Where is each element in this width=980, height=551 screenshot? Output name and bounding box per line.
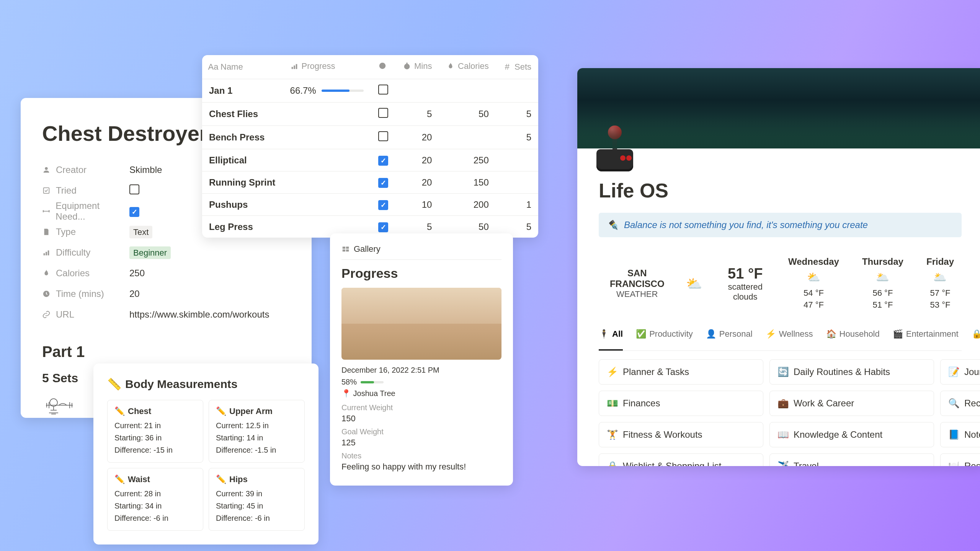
life-tile[interactable]: ⚡Planner & Tasks xyxy=(599,359,763,385)
dumbbell-icon xyxy=(42,207,50,215)
life-tab[interactable]: 🎬Entertainment xyxy=(893,324,959,350)
done-checkbox[interactable] xyxy=(378,200,388,210)
measure-card[interactable]: ✏️Waist Current: 28 inStarting: 34 inDif… xyxy=(107,468,203,531)
workout-table-card: AaName Progress Mins Calories #Sets Jan … xyxy=(202,55,538,238)
life-tile[interactable]: 🔒Wishlist & Shopping List xyxy=(599,453,763,466)
measure-card[interactable]: ✏️Chest Current: 21 inStarting: 36 inDif… xyxy=(107,400,203,463)
svg-point-13 xyxy=(379,63,386,69)
calories-value[interactable]: 250 xyxy=(129,268,145,279)
time-value[interactable]: 20 xyxy=(129,289,140,299)
weather-label: WEATHER xyxy=(606,289,668,299)
life-tile[interactable]: 🔄Daily Routines & Habits xyxy=(769,359,934,385)
svg-point-14 xyxy=(404,64,410,70)
flame-icon xyxy=(42,269,51,277)
tab-icon: 🎬 xyxy=(893,329,903,339)
progress-gallery-card: Gallery Progress December 16, 2022 2:51 … xyxy=(330,233,513,486)
measure-card[interactable]: ✏️Hips Current: 39 inStarting: 45 inDiff… xyxy=(209,468,305,531)
difficulty-tag[interactable]: Beginner xyxy=(129,246,171,259)
svg-rect-4 xyxy=(44,211,48,212)
flame-icon xyxy=(446,62,455,70)
life-tile[interactable]: 📖Knowledge & Content xyxy=(769,422,934,447)
tile-icon: 🔒 xyxy=(607,461,618,466)
tile-icon: 🏋️ xyxy=(607,429,618,440)
svg-rect-7 xyxy=(48,251,49,256)
ruler-icon: 📏 xyxy=(107,377,121,391)
measure-card[interactable]: ✏️Upper Arm Current: 12.5 inStarting: 14… xyxy=(209,400,305,463)
tile-icon: ✈️ xyxy=(777,461,789,466)
svg-rect-10 xyxy=(291,67,293,69)
col-sets[interactable]: #Sets xyxy=(496,55,538,79)
table-row[interactable]: Jan 166.7% xyxy=(202,79,538,103)
life-tile[interactable]: 🔍Recipes & xyxy=(940,391,980,416)
life-tile[interactable]: 🏋️Fitness & Workouts xyxy=(599,422,763,447)
gallery-icon xyxy=(341,245,350,253)
creator-value[interactable]: Skimble xyxy=(129,165,162,175)
svg-rect-11 xyxy=(294,65,295,69)
link-icon xyxy=(42,310,51,319)
equipment-checkbox[interactable] xyxy=(129,207,139,217)
tile-icon: 🍽️ xyxy=(948,461,960,466)
tried-checkbox[interactable] xyxy=(129,184,139,194)
life-tab[interactable]: 🏠Household xyxy=(826,324,880,350)
life-tab[interactable]: 🕴️All xyxy=(599,324,623,350)
forecast-day: Friday🌥️57 °F53 °F xyxy=(926,256,954,311)
weather-city: SAN FRANCISCO xyxy=(606,268,668,289)
tile-icon: 📘 xyxy=(948,429,960,440)
life-tile[interactable]: 💼Work & Career xyxy=(769,391,934,416)
life-tile[interactable]: 🍽️Restauran xyxy=(940,453,980,466)
goal-weight-label: Goal Weight xyxy=(341,427,501,436)
done-checkbox[interactable] xyxy=(378,156,388,166)
svg-rect-6 xyxy=(46,252,47,255)
done-checkbox[interactable] xyxy=(378,131,388,141)
current-weight-label: Current Weight xyxy=(341,403,501,412)
done-checkbox[interactable] xyxy=(378,178,388,188)
col-calories[interactable]: Calories xyxy=(439,55,495,79)
col-progress[interactable]: Progress xyxy=(283,55,372,79)
svg-point-0 xyxy=(45,167,47,170)
done-checkbox[interactable] xyxy=(378,85,388,95)
life-tile[interactable]: 📘Notebook xyxy=(940,422,980,447)
pencil-icon: ✏️ xyxy=(216,406,226,416)
table-row[interactable]: Pushups102001 xyxy=(202,194,538,216)
progress-date: December 16, 2022 2:51 PM xyxy=(341,366,501,375)
life-banner xyxy=(577,68,980,148)
table-row[interactable]: Running Sprint20150 xyxy=(202,171,538,194)
workout-table: AaName Progress Mins Calories #Sets Jan … xyxy=(202,55,538,238)
tab-icon: ⚡ xyxy=(766,329,776,339)
gallery-tab[interactable]: Gallery xyxy=(341,244,501,260)
stopwatch-icon xyxy=(403,62,411,70)
joystick-icon xyxy=(596,126,633,171)
forecast-day: Thursday🌥️56 °F51 °F xyxy=(862,256,903,311)
tile-icon: 📝 xyxy=(948,367,960,377)
body-title: 📏Body Measurements xyxy=(107,377,305,391)
table-row[interactable]: Chest Flies5505 xyxy=(202,103,538,126)
col-done[interactable] xyxy=(371,55,395,79)
weather-temp: 51 °F xyxy=(720,266,770,282)
life-tile[interactable]: 📝Journal & xyxy=(940,359,980,385)
life-tile[interactable]: ✈️Travel xyxy=(769,453,934,466)
type-tag[interactable]: Text xyxy=(129,226,152,238)
life-tile[interactable]: 💵Finances xyxy=(599,391,763,416)
table-row[interactable]: Elliptical20250 xyxy=(202,149,538,171)
table-row[interactable]: Bench Press205 xyxy=(202,126,538,149)
life-tab[interactable]: ✅Productivity xyxy=(636,324,693,350)
progress-photo[interactable] xyxy=(341,288,501,360)
weather-now-icon: ⛅ xyxy=(686,276,702,291)
url-value[interactable]: https://www.skimble.com/workouts xyxy=(129,309,269,320)
pencil-icon: ✏️ xyxy=(114,474,125,484)
life-tab[interactable]: 👤Personal xyxy=(706,324,753,350)
life-title: Life OS xyxy=(599,179,962,202)
life-tab[interactable]: 🔒Out & About xyxy=(972,324,980,350)
quote-callout: ✒️ Balance is not something you find, it… xyxy=(599,213,962,237)
col-mins[interactable]: Mins xyxy=(395,55,439,79)
gallery-title: Progress xyxy=(341,266,501,281)
done-checkbox[interactable] xyxy=(378,222,388,232)
tab-icon: 🏠 xyxy=(826,329,836,339)
bars-icon xyxy=(290,62,299,70)
life-os-card: Life OS ✒️ Balance is not something you … xyxy=(577,68,980,466)
done-checkbox[interactable] xyxy=(378,108,388,118)
svg-rect-1 xyxy=(44,188,49,194)
col-name[interactable]: AaName xyxy=(202,55,283,79)
part-heading: Part 1 xyxy=(42,343,290,360)
life-tab[interactable]: ⚡Wellness xyxy=(766,324,813,350)
